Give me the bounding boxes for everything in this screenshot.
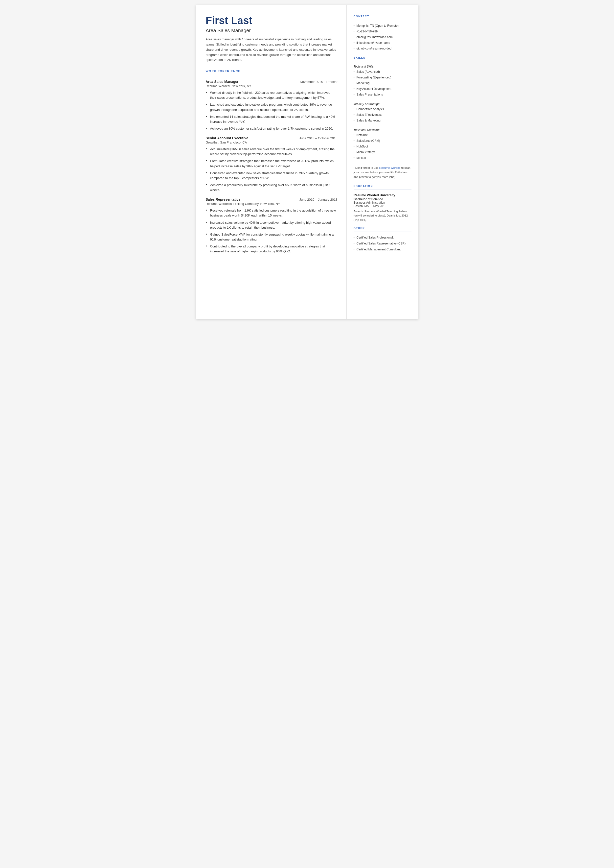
contact-section-label: CONTACT: [354, 15, 411, 18]
job-2-bullets: Accumulated $16M in sales revenue over t…: [206, 147, 338, 193]
other-list: Certified Sales Professional. Certified …: [354, 235, 411, 252]
list-item: Sales (Advanced): [354, 70, 411, 74]
list-item: Conceived and executed new sales strateg…: [206, 171, 338, 181]
job-1-company: Resume Worded, New York, NY: [206, 84, 338, 88]
list-item: MicroStrategy: [354, 150, 411, 154]
skills-section-label: SKILLS: [354, 56, 411, 59]
list-item: Contributed to the overall company profi…: [206, 244, 338, 254]
list-item: Gained SalesForce MVP for consistently s…: [206, 232, 338, 242]
list-item: +1-234-456-789: [354, 29, 411, 34]
right-column: CONTACT Memphis, TN (Open to Remote) +1-…: [347, 5, 419, 319]
resume-worded-link[interactable]: Resume Worded: [379, 166, 401, 169]
education-section-label: EDUCATION: [354, 185, 411, 188]
list-item: Implemented 14 sales strategies that boo…: [206, 114, 338, 124]
tools-skills-list: NetSuite Salesforce (CRM) HubSpot MicroS…: [354, 133, 411, 160]
list-item: Achieved a productivity milestone by pro…: [206, 183, 338, 193]
contact-list: Memphis, TN (Open to Remote) +1-234-456-…: [354, 23, 411, 51]
list-item: Certified Management Consultant.: [354, 247, 411, 252]
edu-location: Boston, MA — May 2010: [354, 204, 411, 208]
edu-field: Business Administration: [354, 201, 411, 204]
resume-page: First Last Area Sales Manager Area sales…: [196, 5, 419, 319]
industry-skills-list: Competitive Analysis Sales Effectiveness…: [354, 107, 411, 123]
list-item: email@resumeworded.com: [354, 35, 411, 39]
edu-awards: Awards: Resume Worded Teaching Fellow (o…: [354, 209, 411, 222]
job-1-header: Area Sales Manager November 2015 – Prese…: [206, 80, 338, 84]
job-1-title: Area Sales Manager: [206, 80, 239, 84]
technical-skills-list: Sales (Advanced) Forecasting (Experience…: [354, 70, 411, 97]
candidate-name: First Last: [206, 15, 338, 26]
list-item: Sales & Marketing: [354, 118, 411, 123]
job-2-header: Senior Account Executive June 2013 – Oct…: [206, 136, 338, 140]
summary-text: Area sales manager with 10 years of succ…: [206, 37, 338, 63]
skills-note: • Don't forget to use Resume Worded to s…: [354, 166, 411, 179]
job-3-dates: June 2010 – January 2013: [299, 198, 338, 202]
job-2-title: Senior Account Executive: [206, 136, 248, 140]
list-item: Increased sales volume by 40% in a compe…: [206, 220, 338, 230]
list-item: Key Account Development: [354, 87, 411, 91]
list-item: Certified Sales Professional.: [354, 235, 411, 240]
job-2-dates: June 2013 – October 2015: [299, 136, 338, 140]
job-3: Sales Representative June 2010 – January…: [206, 197, 338, 254]
other-section-label: OTHER: [354, 227, 411, 230]
work-experience-label: WORK EXPERIENCE: [206, 70, 338, 73]
list-item: Competitive Analysis: [354, 107, 411, 111]
edu-degree: Bachelor of Science: [354, 197, 411, 201]
list-item: Salesforce (CRM): [354, 138, 411, 143]
skills-category-technical: Technical Skills:: [354, 65, 411, 68]
job-1-dates: November 2015 – Present: [300, 80, 338, 84]
job-1-bullets: Worked directly in the field with 230 sa…: [206, 90, 338, 131]
list-item: linkedin.com/in/username: [354, 40, 411, 45]
left-column: First Last Area Sales Manager Area sales…: [196, 5, 347, 319]
list-item: Worked directly in the field with 230 sa…: [206, 90, 338, 100]
list-item: Sales Effectiveness: [354, 113, 411, 117]
other-divider: [354, 231, 411, 232]
edu-school: Resume Worded University: [354, 193, 411, 197]
list-item: Launched and executed innovative sales p…: [206, 102, 338, 112]
list-item: Sales Presentations: [354, 92, 411, 97]
list-item: HubSpot: [354, 144, 411, 149]
job-2: Senior Account Executive June 2013 – Oct…: [206, 136, 338, 193]
list-item: NetSuite: [354, 133, 411, 137]
job-2-company: Growthsi, San Francisco, CA: [206, 141, 338, 144]
work-divider: [206, 75, 338, 75]
job-1: Area Sales Manager November 2015 – Prese…: [206, 80, 338, 131]
list-item: Certified Sales Representative (CSR).: [354, 241, 411, 246]
list-item: Marketing: [354, 81, 411, 85]
candidate-title: Area Sales Manager: [206, 28, 338, 33]
list-item: Accumulated $16M in sales revenue over t…: [206, 147, 338, 157]
list-item: Minitab: [354, 156, 411, 160]
education-divider: [354, 189, 411, 190]
list-item: Achieved an 80% customer satisfaction ra…: [206, 126, 338, 131]
contact-divider: [354, 20, 411, 20]
skills-category-industry: Industry Knowledge:: [354, 102, 411, 106]
list-item: Received referrals from 1.9K satisfied c…: [206, 208, 338, 218]
job-3-header: Sales Representative June 2010 – January…: [206, 197, 338, 202]
list-item: Memphis, TN (Open to Remote): [354, 23, 411, 28]
list-item: Forecasting (Experienced): [354, 75, 411, 80]
job-3-title: Sales Representative: [206, 197, 240, 202]
skills-category-tools: Tools and Software:: [354, 128, 411, 132]
job-3-company: Resume Worded's Exciting Company, New Yo…: [206, 202, 338, 206]
list-item: github.com/resumeworded: [354, 46, 411, 51]
list-item: Formulated creative strategies that incr…: [206, 158, 338, 169]
job-3-bullets: Received referrals from 1.9K satisfied c…: [206, 208, 338, 254]
